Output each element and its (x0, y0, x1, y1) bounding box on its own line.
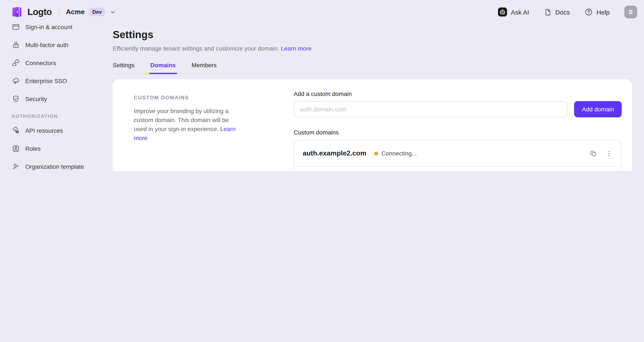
cloud-key-icon (12, 77, 20, 85)
domain-card-header: auth.example2.com Connecting... (294, 140, 621, 166)
domain-card: auth.example2.com Connecting... (294, 140, 622, 171)
tenant-env-badge: Dev (89, 8, 105, 16)
tabs-bar: Settings Domains Members (113, 62, 632, 74)
status-label: Connecting... (382, 150, 417, 157)
sidebar-item-label: Multi-factor auth (25, 41, 68, 48)
brand-name: Logto (28, 7, 52, 17)
sidebar-item-enterprise-sso[interactable]: Enterprise SSO (6, 72, 94, 89)
sidebar-item-roles[interactable]: Roles (6, 140, 94, 157)
user-avatar[interactable]: S (624, 5, 637, 18)
main-content: Settings Efficiently manage tenant setti… (101, 24, 644, 171)
sidebar-item-multi-factor-auth[interactable]: Multi-factor auth (6, 36, 94, 53)
sidebar-section-authorization: AUTHORIZATION (12, 112, 89, 120)
shell: Sign-in & account Multi-factor auth Conn… (0, 24, 644, 171)
custom-domains-main: Add a custom domain Add domain Custom do… (294, 89, 622, 171)
sidebar-item-sign-in-account[interactable]: Sign-in & account (6, 24, 94, 35)
sidebar-item-label: Security (25, 95, 47, 102)
section-description: Improve your branding by utilizing a cus… (134, 107, 243, 143)
domain-more-menu-button[interactable] (606, 150, 613, 157)
sidebar-item-label: Enterprise SSO (25, 77, 67, 84)
docs-button[interactable]: Docs (544, 8, 570, 16)
sidebar-item-label: Organization template (25, 163, 84, 170)
domain-actions (590, 150, 613, 157)
tenant-name: Acme (66, 8, 85, 16)
sidebar-item-label: API resources (25, 127, 63, 134)
docs-icon (544, 8, 552, 16)
custom-domains-intro: CUSTOM DOMAINS Improve your branding by … (123, 89, 294, 171)
shield-check-icon (12, 95, 20, 103)
add-domain-button[interactable]: Add domain (574, 101, 622, 117)
cloud-node-icon (12, 126, 20, 135)
ask-ai-button[interactable]: Ask AI (498, 7, 529, 17)
sidebar: Sign-in & account Multi-factor auth Conn… (0, 24, 101, 171)
section-heading: CUSTOM DOMAINS (134, 95, 294, 101)
domain-status: Connecting... (374, 150, 417, 157)
connectors-clouds-icon (12, 59, 20, 67)
tab-members[interactable]: Members (192, 62, 216, 74)
browser-window-icon (12, 24, 20, 31)
sidebar-item-label: Roles (25, 145, 41, 152)
page-description: Efficiently manage tenant settings and c… (113, 44, 632, 53)
tab-settings[interactable]: Settings (113, 62, 134, 74)
sidebar-item-label: Sign-in & account (25, 24, 72, 30)
tab-domains[interactable]: Domains (150, 62, 176, 74)
app-root: Logto Acme Dev Ask A (0, 0, 644, 171)
topbar: Logto Acme Dev Ask A (0, 0, 644, 24)
lock-icon (12, 41, 20, 49)
help-icon (584, 8, 593, 16)
ask-ai-label: Ask AI (511, 8, 529, 16)
topbar-actions: Ask AI Docs Help (498, 5, 637, 18)
sidebar-item-security[interactable]: Security (6, 90, 94, 107)
add-domain-label: Add a custom domain (294, 90, 622, 97)
domain-card-body: custom hostname does not CNAME to this z… (294, 167, 621, 171)
sidebar-nav: Sign-in & account Multi-factor auth Conn… (0, 24, 101, 171)
copy-icon (590, 150, 597, 157)
status-dot (374, 151, 378, 155)
docs-label: Docs (555, 8, 570, 16)
domain-name: auth.example2.com (303, 149, 366, 157)
page-learn-more-link[interactable]: Learn more (281, 45, 312, 52)
add-domain-input[interactable] (294, 101, 568, 117)
sidebar-item-api-resources[interactable]: API resources (6, 122, 94, 139)
logto-brand[interactable]: Logto (10, 5, 52, 18)
sidebar-item-label: Connectors (25, 59, 56, 66)
person-check-icon (12, 162, 20, 171)
ask-ai-icon (498, 7, 508, 17)
help-label: Help (596, 8, 610, 16)
logto-logo-icon (10, 5, 23, 18)
custom-domains-card: CUSTOM DOMAINS Improve your branding by … (113, 79, 632, 171)
help-button[interactable]: Help (584, 8, 610, 16)
sidebar-item-connectors[interactable]: Connectors (6, 54, 94, 71)
sidebar-item-organization-template[interactable]: Organization template (6, 158, 94, 171)
id-badge-icon (12, 144, 20, 153)
chevron-down-icon (110, 8, 116, 15)
copy-domain-button[interactable] (590, 150, 597, 157)
page-title: Settings (113, 28, 632, 41)
add-domain-row: Add domain (294, 101, 622, 117)
kebab-menu-icon (606, 150, 613, 157)
topbar-divider (59, 8, 59, 16)
custom-domains-list-label: Custom domains (294, 129, 622, 136)
tenant-selector[interactable]: Acme Dev (66, 8, 116, 16)
